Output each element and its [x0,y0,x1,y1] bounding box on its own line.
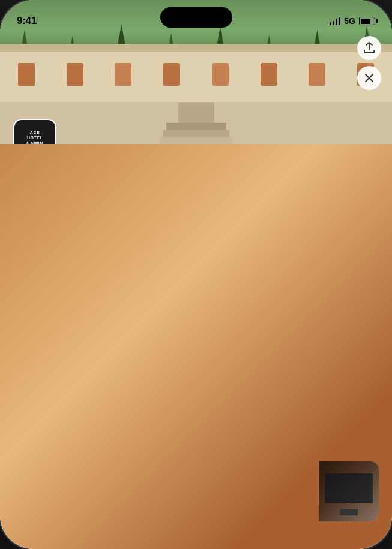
share-button[interactable] [357,36,381,60]
tv-screen [325,473,373,503]
hero-actions [357,36,381,90]
photos-grid: 🌴 🌴 🌴 [13,329,379,425]
signal-bar-1 [330,22,331,25]
business-card-image [319,461,379,521]
share-icon [364,42,375,54]
phone-screen: 9:41 5G [0,0,392,549]
dynamic-island [160,7,232,28]
hotel-logo-badge: ACE HOTEL & SWIM CLUB [13,119,56,144]
photo-extra[interactable] [296,329,379,425]
battery-icon [359,17,375,25]
status-time: 9:41 [17,15,37,27]
phone-frame: 9:41 5G [0,0,392,549]
signal-bar-2 [333,21,334,25]
status-icons: 5G [330,16,375,26]
hotel-logo-text: ACE HOTEL & SWIM CLUB [26,130,43,144]
signal-bars-icon [330,17,340,25]
content-inner: Ace Hotel & Swim Club - Palm Springs Hot… [0,144,392,533]
close-button[interactable] [357,66,381,90]
building-body [0,51,392,144]
building-windows-row1 [0,63,392,86]
battery-fill [361,19,371,24]
network-label: 5G [344,16,355,26]
content-area: Ace Hotel & Swim Club - Palm Springs Hot… [0,144,392,549]
signal-bar-3 [336,19,337,25]
close-icon [364,73,374,83]
signal-bar-4 [339,17,340,25]
